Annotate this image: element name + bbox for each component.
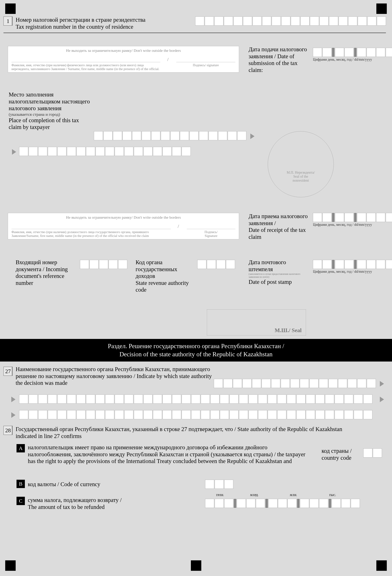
incoming-label: Входящий номер документа / Incoming docu… <box>16 259 76 287</box>
s27-cells-row3[interactable] <box>19 410 372 419</box>
incoming-cells[interactable] <box>80 260 127 269</box>
date-receipt-hint: Цифрами день, месяц, год / dd/mm/yyyy <box>313 223 392 227</box>
section1-title-en: Tax registration number in the country o… <box>16 24 176 30</box>
s27-cells-row2[interactable] <box>19 395 372 403</box>
continue-arrow-icon <box>12 149 16 155</box>
place-cells-row1[interactable] <box>94 131 246 140</box>
bottom-center-marker <box>191 560 201 571</box>
poststamp-hint: Цифрами день, месяц, год / dd/mm/yyyy <box>313 270 392 274</box>
place-label: Место заполнения налогоплательщиком наст… <box>9 91 90 131</box>
country-code-label: код страны / country code <box>322 448 360 461</box>
sig2-desc: Фамилия, имя, отчество (при наличии) дол… <box>11 229 171 238</box>
currency-code-cells[interactable] <box>205 480 233 489</box>
section1-title-ru: Номер налоговой регистрации в стране рез… <box>16 17 176 24</box>
section-number-27: 27 <box>3 367 12 376</box>
date-receipt-label: Дата приема налогового заявления / Date … <box>249 213 308 240</box>
corner-marker <box>5 3 16 14</box>
s28-label: Государственный орган Республики Казахст… <box>16 426 363 440</box>
refund-amount-cells[interactable] <box>205 499 360 508</box>
continue-arrow-icon <box>11 397 15 402</box>
sub-c-marker: C <box>17 497 25 505</box>
seal-label: М.Ш./ Seal <box>275 327 302 334</box>
signature-box-official: Не выходить за ограничительную рамку/ Do… <box>8 213 239 239</box>
revenue-code-label: Код органа государственных доходов State… <box>136 259 195 293</box>
place-cells-row2[interactable] <box>19 147 191 156</box>
corner-marker <box>376 560 387 571</box>
corner-marker <box>376 3 387 14</box>
s28-c-text: сумма налога, подлежащего возврату / The… <box>28 497 184 511</box>
s27-cells-row1[interactable] <box>214 379 376 388</box>
s28-a-text: налогоплательщик имеет право на применен… <box>28 444 313 465</box>
sig1-signature-label: Подпись/ signature <box>176 62 235 67</box>
sig1-desc: Фамилия, имя, отчество (при наличии) физ… <box>11 62 160 71</box>
corner-marker <box>5 560 16 571</box>
continue-arrow-icon <box>380 397 384 402</box>
money-scale-labels: ТРЛН. МЛРД. МЛН. ТЫС. <box>205 494 352 497</box>
date-submit-label: Дата подачи налогового заявления / Date … <box>249 46 308 74</box>
signature-box-applicant: Не выходить за ограничительную рамку/ Do… <box>8 46 239 72</box>
sub-b-marker: B <box>17 480 25 488</box>
poststamp-label: Дата почтового штемпеля (заполняется в с… <box>249 259 306 285</box>
continue-arrow-icon <box>11 412 15 418</box>
seal-box: М.Ш./ Seal <box>207 309 306 335</box>
s27-label: Наименование государственного органа Рес… <box>16 366 212 387</box>
date-submit-cells[interactable] <box>313 48 392 57</box>
continue-arrow-icon <box>250 134 254 139</box>
section-number: 1 <box>3 17 12 26</box>
section-header-bar: Раздел. Решение государственного органа … <box>0 339 392 362</box>
sub-a-marker: A <box>17 444 25 452</box>
revenue-code-cells[interactable] <box>197 260 235 269</box>
border-hint: Не выходить за ограничительную рамку/ Do… <box>11 48 235 54</box>
continue-arrow-icon <box>380 381 384 387</box>
country-code-cells[interactable] <box>363 448 382 458</box>
sig2-signature-label: Подпись/ Signature <box>187 229 235 238</box>
poststamp-cells[interactable] <box>313 260 392 269</box>
date-receipt-cells[interactable] <box>313 213 392 222</box>
border-hint: Не выходить за ограничительную рамку/ Do… <box>11 215 235 221</box>
section-number-28: 28 <box>3 426 12 435</box>
s28-b-text: код валюты / Code of currency <box>28 481 184 488</box>
date-submit-hint: Цифрами день, месяц, год / dd/mm/yyyy <box>313 58 392 61</box>
tax-reg-number-cells[interactable] <box>195 17 386 26</box>
nonresident-seal-circle: М.П. Нерезидента/ Seal of the nonresiden… <box>268 131 334 197</box>
